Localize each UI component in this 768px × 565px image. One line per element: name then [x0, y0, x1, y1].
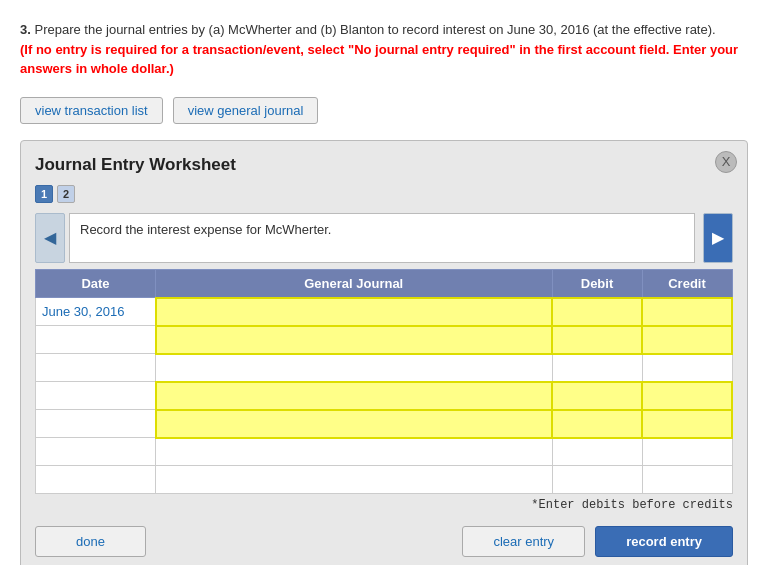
table-row: [36, 466, 733, 494]
instruction-block: 3. Prepare the journal entries by (a) Mc…: [20, 20, 748, 79]
credit-cell-2[interactable]: [642, 326, 732, 354]
table-row: [36, 438, 733, 466]
col-header-credit: Credit: [642, 269, 732, 298]
credit-cell-4[interactable]: [642, 382, 732, 410]
date-cell-6: [36, 438, 156, 466]
credit-cell-1[interactable]: [642, 298, 732, 326]
journal-cell-5[interactable]: [156, 410, 553, 438]
step-number: 3.: [20, 22, 31, 37]
worksheet-title: Journal Entry Worksheet: [35, 155, 733, 175]
table-row: June 30, 2016: [36, 298, 733, 326]
nav-right-arrow[interactable]: ▶: [703, 213, 733, 263]
nav-area: ◀ Record the interest expense for McWher…: [35, 213, 733, 263]
debit-cell-4[interactable]: [552, 382, 642, 410]
credit-cell-7[interactable]: [642, 466, 732, 494]
record-entry-button[interactable]: record entry: [595, 526, 733, 557]
debit-cell-5[interactable]: [552, 410, 642, 438]
col-header-date: Date: [36, 269, 156, 298]
nav-left-arrow[interactable]: ◀: [35, 213, 65, 263]
table-row: [36, 354, 733, 382]
debit-cell-6[interactable]: [552, 438, 642, 466]
date-cell-1: June 30, 2016: [36, 298, 156, 326]
clear-entry-button[interactable]: clear entry: [462, 526, 585, 557]
journal-cell-6[interactable]: [156, 438, 553, 466]
table-row: [36, 382, 733, 410]
tab-1[interactable]: 1: [35, 185, 53, 203]
date-cell-2: [36, 326, 156, 354]
worksheet-panel: X Journal Entry Worksheet 1 2 ◀ Record t…: [20, 140, 748, 566]
view-general-journal-button[interactable]: view general journal: [173, 97, 319, 124]
table-row: [36, 410, 733, 438]
col-header-debit: Debit: [552, 269, 642, 298]
journal-table: Date General Journal Debit Credit June 3…: [35, 269, 733, 495]
debit-cell-1[interactable]: [552, 298, 642, 326]
close-button[interactable]: X: [715, 151, 737, 173]
journal-cell-7[interactable]: [156, 466, 553, 494]
bottom-buttons: done clear entry record entry: [35, 526, 733, 557]
debit-cell-7[interactable]: [552, 466, 642, 494]
enter-note: *Enter debits before credits: [35, 498, 733, 512]
date-cell-3: [36, 354, 156, 382]
bottom-right-buttons: clear entry record entry: [462, 526, 733, 557]
done-button[interactable]: done: [35, 526, 146, 557]
tab-indicators: 1 2: [35, 185, 733, 203]
credit-cell-6[interactable]: [642, 438, 732, 466]
col-header-journal: General Journal: [156, 269, 553, 298]
top-button-row: view transaction list view general journ…: [20, 97, 748, 124]
tab-2[interactable]: 2: [57, 185, 75, 203]
view-transaction-button[interactable]: view transaction list: [20, 97, 163, 124]
description-box: Record the interest expense for McWherte…: [69, 213, 695, 263]
instruction-main: Prepare the journal entries by (a) McWhe…: [34, 22, 715, 37]
date-cell-7: [36, 466, 156, 494]
credit-cell-3[interactable]: [642, 354, 732, 382]
instruction-red: (If no entry is required for a transacti…: [20, 42, 738, 77]
debit-cell-3[interactable]: [552, 354, 642, 382]
date-cell-4: [36, 382, 156, 410]
table-row: [36, 326, 733, 354]
credit-cell-5[interactable]: [642, 410, 732, 438]
journal-cell-2[interactable]: [156, 326, 553, 354]
date-cell-5: [36, 410, 156, 438]
debit-cell-2[interactable]: [552, 326, 642, 354]
journal-cell-1[interactable]: [156, 298, 553, 326]
journal-cell-3[interactable]: [156, 354, 553, 382]
journal-cell-4[interactable]: [156, 382, 553, 410]
